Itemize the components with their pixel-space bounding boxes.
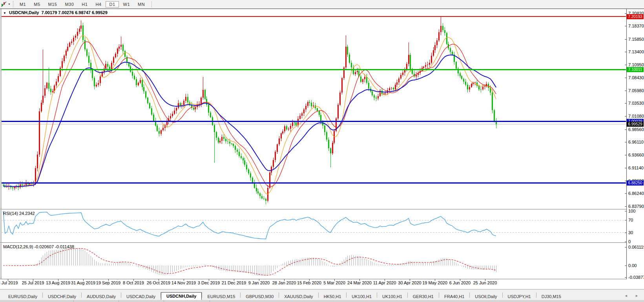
chart-tab-ger30-h1[interactable]: GER30,H1 xyxy=(408,293,439,300)
candle-body xyxy=(257,191,259,193)
candle-body xyxy=(492,93,493,111)
price-axis-line xyxy=(626,9,627,279)
candle-body xyxy=(66,51,67,56)
candle-body xyxy=(67,47,68,51)
candle-body xyxy=(265,199,266,200)
candle-body xyxy=(157,126,158,131)
timeframe-button-w1[interactable]: W1 xyxy=(120,1,134,7)
chart-tab-dj30-m15[interactable]: DJ30,M15 xyxy=(536,293,566,300)
candle-body xyxy=(263,198,265,199)
date-tick-label: 25 Jul 2019 xyxy=(22,280,44,285)
chart-tab-xauusd-daily[interactable]: XAUUSD,Daily xyxy=(279,293,318,300)
price-tick-label: 6.98560 xyxy=(628,127,644,132)
status-bar-divider xyxy=(164,300,164,302)
chart-tab-fra40-h1[interactable]: FRA40,H1 xyxy=(439,293,469,300)
candle-body xyxy=(50,89,51,92)
date-tick-label: 14 Nov 2019 xyxy=(171,280,196,285)
price-tick-label: 7.15850 xyxy=(628,37,644,42)
candle-body xyxy=(494,110,495,121)
tab-scroll-left-icon[interactable]: ◄ xyxy=(624,294,631,298)
candle-body xyxy=(345,47,347,67)
price-axis-tick xyxy=(625,116,627,116)
chart-tab-uk100-h1[interactable]: UK100,H1 xyxy=(377,293,407,300)
chevron-down-icon[interactable]: ▼ xyxy=(8,3,11,5)
chart-tab-usdcnh-daily[interactable]: USDCNH,Daily xyxy=(161,292,202,300)
candle-body xyxy=(271,167,272,173)
price-axis-tick xyxy=(625,193,627,194)
timeframe-button-mn[interactable]: MN xyxy=(134,1,148,7)
candle-body xyxy=(360,76,361,82)
candle-body xyxy=(385,93,386,93)
timeframe-button-m15[interactable]: M15 xyxy=(45,1,61,7)
chart-cursor-icon[interactable] xyxy=(1,1,7,7)
candle-body xyxy=(277,144,278,152)
date-tick-label: 6 Jul 2019 xyxy=(0,280,18,285)
candle-body xyxy=(243,158,244,160)
candle-body xyxy=(273,160,274,167)
timeframe-button-m30[interactable]: M30 xyxy=(61,1,77,7)
chart-tab-usdcad-daily[interactable]: USDCAD,Daily xyxy=(121,293,161,300)
tab-scroll-right-icon[interactable]: ► xyxy=(635,294,642,298)
macd-pane-canvas[interactable] xyxy=(1,243,626,278)
candle-body xyxy=(231,144,232,144)
candle-body xyxy=(406,64,407,69)
candle-body xyxy=(372,91,373,95)
chart-tab-hk50-h1[interactable]: HK50,H1 xyxy=(319,293,347,300)
toolbar: ▼ M1M5M15M30H1H4D1W1MN xyxy=(0,0,644,9)
chart-tab-usoil-daily[interactable]: USOil,Daily xyxy=(470,293,502,300)
candle-body xyxy=(162,128,164,130)
rsi-indicator-label: RSI(14) 24.2342 xyxy=(3,211,35,216)
candle-body xyxy=(290,126,291,129)
candle-body xyxy=(218,138,219,142)
candle-body xyxy=(339,93,341,105)
timeframe-button-h1[interactable]: H1 xyxy=(78,1,91,7)
chart-tab-audusd-daily[interactable]: AUDUSD,Daily xyxy=(82,293,121,300)
candle-body xyxy=(166,122,168,125)
main-chart-canvas[interactable] xyxy=(1,9,626,209)
quote-close: 6.99529 xyxy=(92,10,108,15)
candle-body xyxy=(227,141,228,142)
candle-body xyxy=(62,61,63,68)
rsi-pane-canvas[interactable] xyxy=(1,210,626,242)
candle-body xyxy=(460,73,461,76)
timeframe-button-m1[interactable]: M1 xyxy=(16,1,29,7)
candle-body xyxy=(235,146,236,150)
macd-axis-tick xyxy=(625,277,627,278)
date-tick-label: 19 May 2020 xyxy=(422,280,447,285)
candle-body xyxy=(143,87,144,92)
date-tick-label: 28 Jan 2020 xyxy=(272,280,296,285)
chart-tab-eurusd-m15[interactable]: EURUSD,M15 xyxy=(202,293,240,300)
ma-line-sma13 xyxy=(3,42,496,187)
candle-body xyxy=(319,111,320,115)
toolbar-grip[interactable] xyxy=(13,1,13,7)
candle-body xyxy=(88,56,89,63)
timeframe-button-m5[interactable]: M5 xyxy=(30,1,44,7)
candle-body xyxy=(79,29,80,31)
candle-body xyxy=(480,89,482,90)
candle-body xyxy=(113,57,114,63)
candle-body xyxy=(183,101,184,105)
candle-body xyxy=(203,90,204,98)
candle-body xyxy=(463,79,464,82)
price-tick-label: 7.03530 xyxy=(628,101,644,106)
chart-tab-usdchf-daily[interactable]: USDCHF,Daily xyxy=(43,293,81,300)
candle-body xyxy=(187,97,188,102)
rsi-tick-label: 70 xyxy=(628,218,633,222)
chart-tab-usdjpy-h1[interactable]: USDJPY,H1 xyxy=(503,293,536,300)
triangle-marker-icon[interactable]: ▼ xyxy=(3,11,6,15)
candle-body xyxy=(338,105,339,118)
chart-tab-eurusd-daily[interactable]: EURUSD,Daily xyxy=(3,293,42,300)
candle-body xyxy=(395,85,396,89)
rsi-axis-tick xyxy=(625,220,627,220)
date-tick-label: 15 Feb 2020 xyxy=(297,280,321,285)
chart-tab-gbpusd-m30[interactable]: GBPUSD,M30 xyxy=(241,293,279,300)
candle-body xyxy=(216,132,217,138)
candle-body xyxy=(286,126,287,129)
chart-tab-uk100-h1[interactable]: UK100,H1 xyxy=(347,293,377,300)
macd-signal-line xyxy=(3,248,496,275)
candle-body xyxy=(193,108,194,109)
timeframe-button-d1[interactable]: D1 xyxy=(106,1,119,7)
timeframe-button-h4[interactable]: H4 xyxy=(92,1,105,7)
candle-body xyxy=(374,95,375,98)
price-tick-label: 6.86240 xyxy=(628,191,644,196)
